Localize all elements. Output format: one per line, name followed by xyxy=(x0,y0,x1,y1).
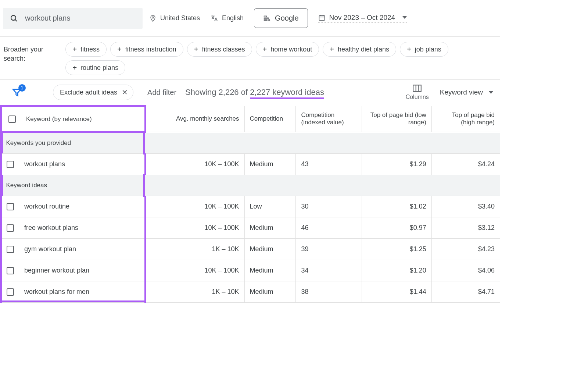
network-selector[interactable]: Google xyxy=(254,8,308,28)
competition-cell: Medium xyxy=(244,217,296,239)
broaden-chip[interactable]: +fitness xyxy=(65,42,107,57)
broaden-label: Broaden your search: xyxy=(4,42,60,63)
low-bid-cell: $1.02 xyxy=(362,196,432,217)
broaden-chip[interactable]: +job plans xyxy=(400,42,448,57)
row-checkbox[interactable] xyxy=(7,288,14,296)
broaden-chip[interactable]: +fitness classes xyxy=(187,42,252,57)
filter-funnel-button[interactable]: 1 xyxy=(12,87,22,97)
svg-rect-5 xyxy=(264,19,267,21)
header-comp-index[interactable]: Competition (indexed value) xyxy=(296,106,362,132)
network-icon xyxy=(263,15,270,22)
results-summary: Showing 2,226 of 2,227 keyword ideas xyxy=(185,88,324,97)
table-row[interactable]: gym workout plan1K – 10KMedium39$1.25$4.… xyxy=(1,239,500,260)
svg-line-1 xyxy=(15,19,17,21)
chip-label: home workout xyxy=(270,46,312,53)
high-bid-cell: $4.06 xyxy=(431,260,500,281)
plus-icon: + xyxy=(263,45,267,54)
columns-button[interactable]: Columns xyxy=(406,84,429,100)
chip-label: job plans xyxy=(415,46,441,53)
keyword-table: Keyword (by relevance) Avg. monthly sear… xyxy=(0,105,500,303)
competition-cell: Medium xyxy=(244,239,296,260)
keyword-view-selector[interactable]: Keyword view xyxy=(440,88,493,96)
broaden-chip[interactable]: +routine plans xyxy=(65,60,125,75)
date-range-label: Nov 2023 – Oct 2024 xyxy=(329,14,395,22)
network-label: Google xyxy=(275,14,299,22)
calendar-icon xyxy=(318,14,326,21)
row-checkbox[interactable] xyxy=(7,203,14,210)
keyword-cell: workout plans xyxy=(24,160,65,168)
add-filter-button[interactable]: Add filter xyxy=(147,88,176,97)
close-icon[interactable]: ✕ xyxy=(122,88,128,97)
exclude-adult-filter-chip[interactable]: Exclude adult ideas ✕ xyxy=(53,85,133,100)
date-range-selector[interactable]: Nov 2023 – Oct 2024 xyxy=(318,14,407,23)
broaden-chip[interactable]: +home workout xyxy=(256,42,319,57)
header-competition[interactable]: Competition xyxy=(244,106,296,132)
svg-point-0 xyxy=(11,15,16,20)
keyword-cell: workout plans for men xyxy=(24,288,89,296)
keyword-cell: workout routine xyxy=(24,203,69,210)
searches-cell: 10K – 100K xyxy=(146,260,244,281)
search-input[interactable] xyxy=(25,14,136,22)
header-high-bid[interactable]: Top of page bid (high range) xyxy=(431,106,500,132)
row-checkbox[interactable] xyxy=(7,267,14,274)
comp-index-cell: 38 xyxy=(296,281,362,303)
low-bid-cell: $1.44 xyxy=(362,281,432,303)
plus-icon: + xyxy=(407,45,411,54)
searches-cell: 10K – 100K xyxy=(146,196,244,217)
location-selector[interactable]: United States xyxy=(149,14,200,23)
chevron-down-icon xyxy=(402,16,407,19)
plus-icon: + xyxy=(72,64,77,72)
header-keyword-label: Keyword (by relevance) xyxy=(26,115,92,123)
columns-label: Columns xyxy=(406,94,429,100)
broaden-chip[interactable]: +fitness instruction xyxy=(110,42,183,57)
section-label: Keyword ideas xyxy=(1,175,500,196)
svg-rect-12 xyxy=(413,85,421,91)
competition-cell: Low xyxy=(244,196,296,217)
svg-point-2 xyxy=(152,17,154,18)
svg-rect-3 xyxy=(264,16,267,17)
comp-index-cell: 34 xyxy=(296,260,362,281)
header-keyword[interactable]: Keyword (by relevance) xyxy=(1,106,146,132)
top-filter-bar: United States English Google Nov 2023 – … xyxy=(0,0,500,37)
plus-icon: + xyxy=(330,45,334,54)
searches-cell: 1K – 10K xyxy=(146,239,244,260)
search-icon xyxy=(10,14,18,23)
low-bid-cell: $0.97 xyxy=(362,217,432,239)
table-row[interactable]: free workout plans10K – 100KMedium46$0.9… xyxy=(1,217,500,239)
searches-cell: 10K – 100K xyxy=(146,154,244,175)
table-row[interactable]: workout routine10K – 100KLow30$1.02$3.40 xyxy=(1,196,500,217)
translate-icon xyxy=(210,14,218,22)
row-checkbox[interactable] xyxy=(7,246,14,253)
filter-chip-label: Exclude adult ideas xyxy=(60,89,117,96)
plus-icon: + xyxy=(117,45,122,54)
select-all-checkbox[interactable] xyxy=(8,115,16,123)
section-label: Keywords you provided xyxy=(1,132,500,154)
keyword-cell: beginner workout plan xyxy=(24,267,89,274)
header-low-bid[interactable]: Top of page bid (low range) xyxy=(362,106,432,132)
broaden-chip[interactable]: +healthy diet plans xyxy=(323,42,396,57)
table-row[interactable]: beginner workout plan10K – 100KMedium34$… xyxy=(1,260,500,281)
keyword-view-label: Keyword view xyxy=(440,88,483,96)
table-row[interactable]: workout plans for men1K – 10KMedium38$1.… xyxy=(1,281,500,303)
table-row[interactable]: workout plans10K – 100KMedium43$1.29$4.2… xyxy=(1,154,500,175)
comp-index-cell: 46 xyxy=(296,217,362,239)
searches-cell: 1K – 10K xyxy=(146,281,244,303)
showing-highlight: 2,227 keyword ideas xyxy=(250,88,324,99)
row-checkbox[interactable] xyxy=(7,161,14,168)
comp-index-cell: 43 xyxy=(296,154,362,175)
language-selector[interactable]: English xyxy=(210,14,244,22)
svg-line-7 xyxy=(270,21,270,21)
svg-rect-4 xyxy=(264,18,269,19)
high-bid-cell: $4.71 xyxy=(431,281,500,303)
search-box[interactable] xyxy=(3,8,143,29)
low-bid-cell: $1.29 xyxy=(362,154,432,175)
row-checkbox[interactable] xyxy=(7,224,14,232)
showing-prefix: Showing 2,226 of xyxy=(185,88,250,97)
filter-bar: 1 Exclude adult ideas ✕ Add filter Showi… xyxy=(0,80,500,105)
header-searches[interactable]: Avg. monthly searches xyxy=(146,106,244,132)
filter-count-badge: 1 xyxy=(18,84,26,92)
svg-point-6 xyxy=(268,19,270,21)
columns-icon xyxy=(412,84,422,92)
chip-label: routine plans xyxy=(80,64,118,72)
keyword-cell: gym workout plan xyxy=(24,245,76,253)
